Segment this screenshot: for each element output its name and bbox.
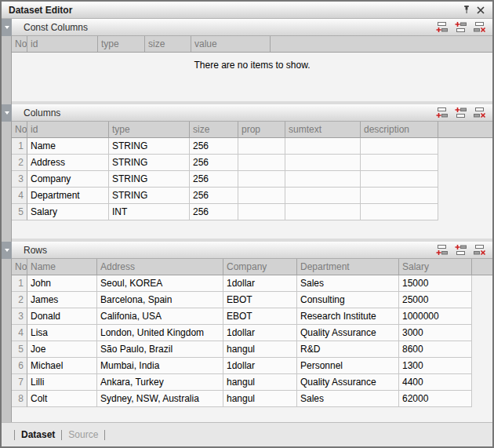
- grid-cell[interactable]: 1000000: [399, 308, 472, 325]
- grid-cell[interactable]: 3000: [399, 325, 472, 341]
- grid-cell[interactable]: [361, 171, 438, 188]
- column-header[interactable]: No: [12, 259, 27, 275]
- column-header[interactable]: description: [361, 122, 438, 138]
- grid-cell[interactable]: Ankara, Turkey: [97, 374, 223, 391]
- grid-cell[interactable]: Seoul, KOREA: [97, 275, 223, 292]
- table-row[interactable]: 4LisaLondon, United Kingdom1dollarQualit…: [12, 325, 492, 341]
- grid-cell[interactable]: [285, 155, 361, 171]
- grid-cell[interactable]: 8600: [399, 341, 472, 358]
- column-header[interactable]: value: [191, 36, 271, 53]
- grid-cell[interactable]: [361, 155, 438, 171]
- grid-cell[interactable]: 256: [190, 155, 238, 171]
- column-header[interactable]: size: [145, 36, 191, 53]
- grid-cell[interactable]: 4400: [399, 374, 472, 391]
- table-row[interactable]: 1JohnSeoul, KOREA1dollarSales15000: [12, 275, 492, 292]
- grid-cell[interactable]: [238, 155, 285, 171]
- grid-cell[interactable]: 256: [190, 204, 238, 220]
- grid-cell[interactable]: [361, 204, 438, 220]
- grid-cell[interactable]: EBOT: [223, 292, 297, 308]
- grid-cell[interactable]: Sydney, NSW, Australia: [97, 391, 223, 407]
- grid-cell[interactable]: Quality Assurance: [297, 325, 399, 341]
- grid-cell[interactable]: 1dollar: [223, 275, 297, 292]
- collapse-button[interactable]: [2, 19, 12, 36]
- grid-cell[interactable]: Research Institute: [297, 308, 399, 325]
- grid-cell[interactable]: 25000: [399, 292, 472, 308]
- table-row[interactable]: 2AddressSTRING256: [12, 155, 492, 171]
- grid-cell[interactable]: [238, 171, 285, 188]
- grid-cell[interactable]: 15000: [399, 275, 472, 292]
- grid-cell[interactable]: STRING: [109, 188, 190, 204]
- delete-item-icon[interactable]: [472, 21, 487, 34]
- grid-cell[interactable]: Joe: [27, 341, 97, 358]
- grid-cell[interactable]: Name: [27, 138, 109, 155]
- grid-cell[interactable]: Lilli: [27, 374, 97, 391]
- table-row[interactable]: 2JamesBarcelona, SpainEBOTConsulting2500…: [12, 292, 492, 308]
- grid-cell[interactable]: Colt: [27, 391, 97, 407]
- grid-cell[interactable]: 256: [190, 171, 238, 188]
- add-item-icon[interactable]: [434, 21, 449, 34]
- grid-cell[interactable]: 1300: [399, 358, 472, 374]
- column-header[interactable]: Company: [223, 259, 297, 275]
- grid-cell[interactable]: hangul: [223, 374, 297, 391]
- grid-cell[interactable]: INT: [109, 204, 190, 220]
- grid-cell[interactable]: R&D: [297, 341, 399, 358]
- table-row[interactable]: 4DepartmentSTRING256: [12, 188, 492, 204]
- pin-icon[interactable]: [459, 3, 474, 17]
- insert-item-icon[interactable]: [453, 107, 468, 119]
- column-header[interactable]: id: [27, 122, 109, 138]
- grid-cell[interactable]: [285, 171, 361, 188]
- grid-cell[interactable]: [238, 188, 285, 204]
- grid-cell[interactable]: [285, 188, 361, 204]
- column-header[interactable]: size: [190, 122, 238, 138]
- collapse-button[interactable]: [2, 104, 12, 122]
- add-item-icon[interactable]: [434, 244, 449, 257]
- grid-cell[interactable]: Sales: [297, 275, 399, 292]
- column-header[interactable]: [472, 259, 492, 275]
- grid-cell[interactable]: 256: [190, 138, 238, 155]
- grid-cell[interactable]: Company: [27, 171, 109, 188]
- grid-cell[interactable]: [285, 138, 361, 155]
- grid-cell[interactable]: Califonia, USA: [97, 308, 223, 325]
- column-header[interactable]: type: [109, 122, 190, 138]
- tab-source[interactable]: Source: [68, 429, 98, 440]
- table-row[interactable]: 7LilliAnkara, TurkeyhangulQuality Assura…: [12, 374, 492, 391]
- grid-cell[interactable]: STRING: [109, 171, 190, 188]
- column-header[interactable]: Salary: [399, 259, 472, 275]
- table-row[interactable]: 5SalaryINT256: [12, 204, 492, 220]
- grid-cell[interactable]: STRING: [109, 155, 190, 171]
- column-header[interactable]: [438, 122, 492, 138]
- grid-cell[interactable]: hangul: [223, 341, 297, 358]
- grid-cell[interactable]: Personnel: [297, 358, 399, 374]
- column-header[interactable]: sumtext: [285, 122, 361, 138]
- grid-cell[interactable]: Address: [27, 155, 109, 171]
- grid-cell[interactable]: John: [27, 275, 97, 292]
- grid-cell[interactable]: 1dollar: [223, 358, 297, 374]
- grid-cell[interactable]: Department: [27, 188, 109, 204]
- grid-cell[interactable]: São Paulo, Brazil: [97, 341, 223, 358]
- grid-cell[interactable]: EBOT: [223, 308, 297, 325]
- grid-cell[interactable]: 1dollar: [223, 325, 297, 341]
- grid-cell[interactable]: London, United Kingdom: [97, 325, 223, 341]
- grid-cell[interactable]: [238, 204, 285, 220]
- delete-item-icon[interactable]: [472, 107, 487, 119]
- table-row[interactable]: 3DonaldCalifonia, USAEBOTResearch Instit…: [12, 308, 492, 325]
- grid-cell[interactable]: Salary: [27, 204, 109, 220]
- column-header[interactable]: No: [12, 122, 27, 138]
- grid-cell[interactable]: Lisa: [27, 325, 97, 341]
- column-header[interactable]: Name: [27, 259, 97, 275]
- column-header[interactable]: No: [12, 36, 27, 53]
- grid-cell[interactable]: Mumbai, India: [97, 358, 223, 374]
- close-icon[interactable]: [474, 3, 488, 17]
- table-row[interactable]: 3CompanySTRING256: [12, 171, 492, 188]
- grid-cell[interactable]: [361, 188, 438, 204]
- table-row[interactable]: 8ColtSydney, NSW, AustraliahangulSales62…: [12, 391, 492, 407]
- grid-cell[interactable]: Sales: [297, 391, 399, 407]
- column-header[interactable]: Address: [97, 259, 223, 275]
- table-row[interactable]: 5JoeSão Paulo, BrazilhangulR&D8600: [12, 341, 492, 358]
- grid-cell[interactable]: Michael: [27, 358, 97, 374]
- column-header[interactable]: type: [98, 36, 145, 53]
- grid-cell[interactable]: hangul: [223, 391, 297, 407]
- grid-cell[interactable]: James: [27, 292, 97, 308]
- collapse-button[interactable]: [2, 242, 12, 259]
- grid-cell[interactable]: Barcelona, Spain: [97, 292, 223, 308]
